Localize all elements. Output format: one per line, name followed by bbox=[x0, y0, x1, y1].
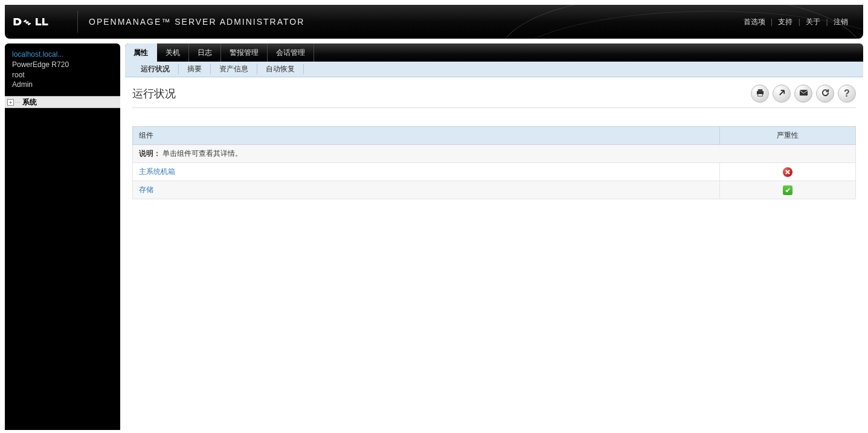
component-link-chassis[interactable]: 主系统机箱 bbox=[139, 167, 175, 176]
nav-tree: + ··· 系统 bbox=[5, 96, 120, 108]
app-title: OPENMANAGE™ SERVER ADMINISTRATOR bbox=[89, 17, 304, 27]
app-header: OPENMANAGE™ SERVER ADMINISTRATOR 首选项 | 支… bbox=[5, 5, 863, 39]
tree-node-system[interactable]: + ··· 系统 bbox=[5, 97, 120, 107]
dell-logo bbox=[12, 15, 66, 28]
sysinfo-model: PowerEdge R720 bbox=[12, 60, 113, 70]
severity-ok-icon bbox=[783, 185, 792, 195]
tree-expander-icon[interactable]: + bbox=[7, 99, 14, 106]
refresh-icon bbox=[821, 88, 830, 99]
severity-critical-icon bbox=[783, 167, 792, 177]
tab-properties[interactable]: 属性 bbox=[125, 43, 157, 62]
main-content: 属性 关机 日志 警报管理 会话管理 运行状况 摘要 资产信息 自动恢复 运行状… bbox=[125, 43, 863, 430]
sysinfo-user: root bbox=[12, 70, 113, 80]
tab-shutdown[interactable]: 关机 bbox=[157, 43, 189, 62]
link-about[interactable]: 关于 bbox=[806, 18, 820, 26]
table-row: 主系统机箱 bbox=[133, 163, 856, 181]
refresh-button[interactable] bbox=[816, 85, 834, 103]
sysinfo-host: localhost.local... bbox=[12, 50, 113, 60]
sidebar: localhost.local... PowerEdge R720 root A… bbox=[5, 43, 120, 430]
export-icon bbox=[777, 88, 786, 99]
description-text: 单击组件可查看其详情。 bbox=[162, 149, 242, 158]
header-links: 首选项 | 支持 | 关于 | 注销 bbox=[744, 17, 848, 27]
sysinfo-role: Admin bbox=[12, 80, 113, 90]
health-table: 组件 严重性 说明： 单击组件可查看其详情。 主系统机箱 bbox=[132, 126, 856, 199]
header-divider bbox=[77, 11, 78, 33]
toolbar: ? bbox=[751, 85, 856, 103]
export-button[interactable] bbox=[773, 85, 791, 103]
subtab-autorecovery[interactable]: 自动恢复 bbox=[257, 64, 304, 74]
description-label: 说明： bbox=[139, 149, 161, 158]
tree-node-label: 系统 bbox=[22, 97, 37, 107]
component-link-storage[interactable]: 存储 bbox=[139, 185, 153, 194]
page-title: 运行状况 bbox=[132, 86, 176, 101]
tab-logs[interactable]: 日志 bbox=[189, 43, 221, 62]
sub-tabs: 运行状况 摘要 资产信息 自动恢复 bbox=[125, 62, 863, 77]
print-button[interactable] bbox=[751, 85, 769, 103]
svg-rect-2 bbox=[757, 94, 762, 96]
table-row: 存储 bbox=[133, 181, 856, 199]
table-description-row: 说明： 单击组件可查看其详情。 bbox=[133, 145, 856, 163]
content-area: 运行状况 bbox=[125, 77, 863, 199]
subtab-summary[interactable]: 摘要 bbox=[179, 64, 211, 74]
print-icon bbox=[756, 88, 765, 99]
help-icon: ? bbox=[844, 88, 850, 99]
email-button[interactable] bbox=[794, 85, 812, 103]
health-table-wrap: 组件 严重性 说明： 单击组件可查看其详情。 主系统机箱 bbox=[132, 126, 856, 199]
subtab-asset[interactable]: 资产信息 bbox=[211, 64, 257, 74]
tree-connector: ··· bbox=[15, 100, 21, 105]
svg-rect-1 bbox=[757, 89, 762, 91]
email-icon bbox=[799, 88, 808, 99]
col-severity: 严重性 bbox=[720, 127, 856, 145]
page-header: 运行状况 bbox=[132, 85, 856, 108]
tab-session[interactable]: 会话管理 bbox=[268, 43, 314, 62]
system-info: localhost.local... PowerEdge R720 root A… bbox=[5, 43, 120, 96]
link-preferences[interactable]: 首选项 bbox=[744, 18, 765, 26]
tab-alerts[interactable]: 警报管理 bbox=[221, 43, 268, 62]
help-button[interactable]: ? bbox=[838, 85, 856, 103]
link-logout[interactable]: 注销 bbox=[834, 18, 848, 26]
subtab-health[interactable]: 运行状况 bbox=[132, 64, 179, 74]
svg-rect-3 bbox=[799, 90, 807, 95]
col-component: 组件 bbox=[133, 127, 720, 145]
link-support[interactable]: 支持 bbox=[778, 18, 792, 26]
primary-tabs: 属性 关机 日志 警报管理 会话管理 bbox=[125, 43, 863, 62]
